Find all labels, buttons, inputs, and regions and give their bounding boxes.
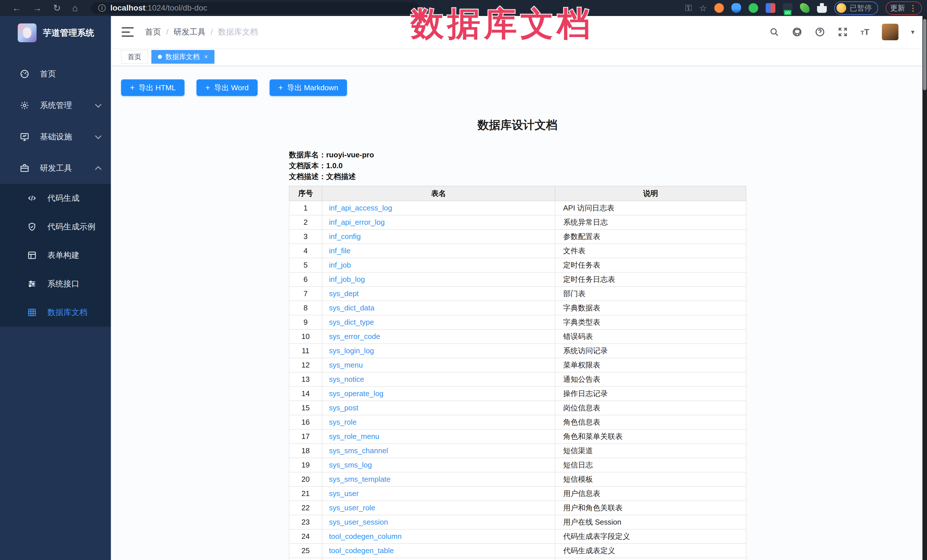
sidebar-item-3[interactable]: 研发工具 <box>0 152 111 184</box>
table-column-header: 表名 <box>322 186 555 201</box>
dashboard-icon <box>18 69 31 79</box>
table-name-link[interactable]: sys_login_log <box>329 346 374 355</box>
browser-reload-icon[interactable]: ↻ <box>53 3 61 12</box>
export-button[interactable]: +导出 HTML <box>121 79 184 96</box>
browser-update-button[interactable]: 更新 ⋮ <box>886 2 922 15</box>
page-scrollbar[interactable] <box>922 16 927 560</box>
sidebar-subitem[interactable]: 代码生成 <box>0 184 111 212</box>
row-index: 18 <box>289 444 322 458</box>
table-name-cell: sys_dict_data <box>322 301 555 315</box>
table-row: 1inf_api_access_logAPI 访问日志表 <box>289 201 746 216</box>
table-name-link[interactable]: sys_notice <box>329 375 364 384</box>
tab-数据库文档[interactable]: 数据库文档× <box>151 50 214 64</box>
export-button[interactable]: +导出 Word <box>196 79 257 96</box>
avatar-caret-down-icon[interactable]: ▾ <box>911 28 915 36</box>
table-name-link[interactable]: sys_role <box>329 418 357 426</box>
row-index: 7 <box>289 287 322 301</box>
table-name-link[interactable]: inf_config <box>329 232 361 241</box>
row-description: 定时任务表 <box>555 258 746 272</box>
table-name-link[interactable]: sys_menu <box>329 361 363 369</box>
app-logo-row[interactable]: 芋道管理系统 <box>0 16 111 48</box>
update-label: 更新 <box>890 3 905 13</box>
browser-back-icon[interactable]: ← <box>12 3 21 12</box>
table-name-cell: sys_notice <box>322 372 555 387</box>
search-icon[interactable] <box>769 27 780 37</box>
user-avatar[interactable] <box>882 24 898 40</box>
document-info-line: 数据库名：ruoyi-vue-pro <box>289 149 746 160</box>
sidebar-subitem[interactable]: 表单构建 <box>0 241 111 270</box>
table-name-link[interactable]: sys_error_code <box>329 332 380 341</box>
help-icon[interactable] <box>815 27 825 37</box>
tab-首页[interactable]: 首页 <box>121 50 148 64</box>
password-key-icon[interactable]: ⚿ <box>685 3 692 13</box>
table-name-cell: inf_api_error_log <box>322 216 555 229</box>
browser-home-icon[interactable]: ⌂ <box>72 3 78 12</box>
row-index: 17 <box>289 429 322 444</box>
extension-icon[interactable] <box>749 3 758 13</box>
extension-icon[interactable] <box>766 3 775 13</box>
breadcrumb-item[interactable]: 研发工具 <box>174 27 206 37</box>
extension-icon[interactable] <box>714 3 724 13</box>
table-name-link[interactable]: sys_post <box>329 404 359 412</box>
table-name-link[interactable]: sys_user <box>329 489 359 498</box>
table-name-link[interactable]: sys_user_session <box>329 518 388 526</box>
fullscreen-icon[interactable] <box>837 27 848 37</box>
sidebar-subitem[interactable]: 数据库文档 <box>0 298 111 327</box>
table-row: 26tool_test_demo字典类型表 <box>289 558 746 560</box>
table-name-link[interactable]: inf_job_log <box>329 275 365 284</box>
bookmark-star-icon[interactable]: ☆ <box>699 3 707 13</box>
table-name-link[interactable]: tool_codegen_table <box>329 546 394 555</box>
row-description: 短信日志 <box>555 458 746 472</box>
table-name-link[interactable]: sys_sms_channel <box>329 446 388 455</box>
paused-extension-badge[interactable]: 已暂停 <box>834 2 878 15</box>
sidebar-subitem[interactable]: 代码生成示例 <box>0 212 111 241</box>
row-index: 4 <box>289 244 322 258</box>
browser-forward-icon[interactable]: → <box>33 3 42 12</box>
table-name-link[interactable]: sys_sms_template <box>329 475 391 484</box>
address-bar[interactable]: i localhost:1024/tool/db-doc <box>91 2 419 14</box>
sidebar-item-2[interactable]: 基础设施 <box>0 121 111 152</box>
scrollbar-thumb[interactable] <box>923 19 926 90</box>
extensions-puzzle-icon[interactable] <box>817 3 827 13</box>
info-label: 文档描述： <box>289 172 326 181</box>
table-name-link[interactable]: tool_codegen_column <box>329 532 401 540</box>
table-name-link[interactable]: sys_operate_log <box>329 389 383 398</box>
sidebar-item-1[interactable]: 系统管理 <box>0 90 111 121</box>
table-name-link[interactable]: inf_api_access_log <box>329 203 392 212</box>
table-name-link[interactable]: sys_sms_log <box>329 461 372 469</box>
table-name-cell: tool_test_demo <box>322 558 555 560</box>
tab-close-icon[interactable]: × <box>204 53 208 61</box>
row-description: 字典数据表 <box>555 301 746 315</box>
row-description: 角色信息表 <box>555 415 746 429</box>
table-name-link[interactable]: sys_dict_data <box>329 304 374 312</box>
extension-icon[interactable] <box>800 3 810 13</box>
table-name-link[interactable]: inf_api_error_log <box>329 218 384 226</box>
sidebar-item-home[interactable]: 首页 <box>0 58 111 90</box>
table-name-link[interactable]: inf_job <box>329 261 351 269</box>
table-name-cell: tool_codegen_table <box>322 544 555 558</box>
extension-icon[interactable] <box>731 3 741 13</box>
font-size-icon[interactable]: TT <box>860 27 869 37</box>
browser-menu-icon[interactable]: ⋮ <box>909 3 917 13</box>
row-index: 23 <box>289 515 322 530</box>
table-name-link[interactable]: inf_file <box>329 246 350 255</box>
table-name-link[interactable]: sys_role_menu <box>329 432 379 441</box>
table-row: 4inf_file文件表 <box>289 244 746 258</box>
export-button[interactable]: +导出 Markdown <box>270 79 347 96</box>
row-description: 岗位信息表 <box>555 401 746 415</box>
github-icon[interactable] <box>792 27 802 37</box>
document-info: 数据库名：ruoyi-vue-pro文档版本：1.0.0文档描述：文档描述 <box>289 149 746 182</box>
sidebar-subitem[interactable]: 系统接口 <box>0 270 111 298</box>
breadcrumb-item[interactable]: 首页 <box>145 27 161 37</box>
shield-check-icon <box>26 222 38 232</box>
table-name-link[interactable]: sys_dict_type <box>329 318 374 326</box>
table-row: 25tool_codegen_table代码生成表定义 <box>289 544 746 558</box>
extension-on-icon[interactable] <box>783 3 792 13</box>
table-name-cell: sys_user <box>322 487 555 501</box>
row-index: 15 <box>289 401 322 415</box>
site-info-icon[interactable]: i <box>98 4 106 12</box>
table-name-link[interactable]: sys_user_role <box>329 504 375 512</box>
page-content: +导出 HTML+导出 Word+导出 Markdown 数据库设计文档 数据库… <box>111 66 927 560</box>
sidebar-collapse-icon[interactable] <box>122 27 134 37</box>
table-name-link[interactable]: sys_dept <box>329 289 359 298</box>
